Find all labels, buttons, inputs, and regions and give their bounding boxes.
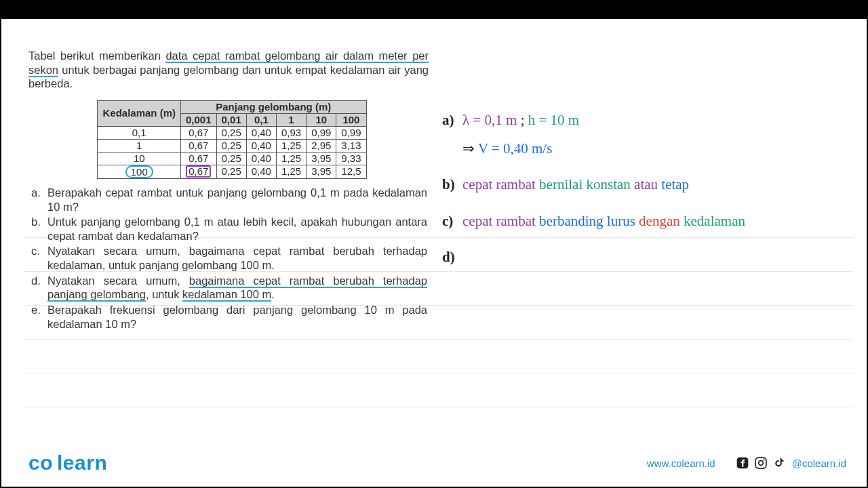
brand-co: co <box>28 451 53 474</box>
ans-a-body: λ = 0,1 m ; h = 10 m ⇒ V = 0,40 m/s <box>462 110 579 159</box>
value-cell: 0,67 <box>180 152 216 165</box>
answer-a: a) λ = 0,1 m ; h = 10 m ⇒ V = 0,40 m/s <box>442 110 853 159</box>
q-label: e. <box>28 303 47 331</box>
value-cell: 3,13 <box>336 139 366 152</box>
table-row: 1000,670,250,401,253,9512,5 <box>98 165 366 178</box>
worksheet-content: Tabel berikut memberikan data cepat ramb… <box>28 49 853 432</box>
intro-post: untuk berbagai panjang gelombang dan unt… <box>28 64 429 90</box>
table-row: 100,670,250,401,253,959,33 <box>98 152 366 165</box>
question-c: c. Nyatakan secara umum, bagaimana cepat… <box>28 244 435 272</box>
social-group: @colearn.id <box>736 456 846 470</box>
col-001: 0,01 <box>216 113 246 126</box>
q-label: d. <box>28 274 47 302</box>
answers-column: a) λ = 0,1 m ; h = 10 m ⇒ V = 0,40 m/s b… <box>435 49 853 432</box>
footer: colearn www.colearn.id @colearn.id <box>28 451 846 474</box>
table-head-wavelength: Panjang gelombang (m) <box>180 100 366 113</box>
intro-text: Tabel berikut memberikan data cepat ramb… <box>28 49 429 91</box>
ans-label: a) <box>442 110 462 131</box>
value-cell: 0,25 <box>216 152 246 165</box>
footer-url: www.colearn.id <box>647 458 715 469</box>
value-cell: 0,25 <box>216 165 246 178</box>
footer-handle: @colearn.id <box>792 458 846 469</box>
ans-c-body: cepat rambat berbanding lurus dengan ked… <box>462 211 745 232</box>
q-label: c. <box>28 244 47 272</box>
problem-column: Tabel berikut memberikan data cepat ramb… <box>28 49 435 432</box>
value-cell: 0,40 <box>246 152 276 165</box>
wave-speed-table: Kedalaman (m) Panjang gelombang (m) 0,00… <box>97 100 366 179</box>
q-text: Berapakah frekuensi gelombang dari panja… <box>47 303 427 331</box>
value-cell: 9,33 <box>336 152 366 165</box>
ans-label: d) <box>442 247 462 268</box>
ans-a-h: h = 10 m <box>528 112 579 128</box>
value-cell: 1,25 <box>276 139 306 152</box>
question-list: a. Berapakah cepat rambat untuk panjang … <box>28 186 435 331</box>
ans-a-lambda: λ = 0,1 m <box>462 112 521 128</box>
ans-c-s2: berbanding lurus <box>539 213 639 229</box>
col-10: 10 <box>307 113 336 126</box>
svg-point-2 <box>758 461 763 466</box>
value-cell: 0,67 <box>180 165 216 178</box>
answer-d: d) <box>442 247 853 268</box>
ans-c-s3: dengan <box>639 213 684 229</box>
value-cell: 0,93 <box>276 126 306 139</box>
svg-rect-1 <box>755 458 766 468</box>
col-1: 1 <box>276 113 306 126</box>
table-head-depth: Kedalaman (m) <box>98 100 181 126</box>
ans-b-s2: bernilai konstan <box>539 176 634 192</box>
intro-pre: Tabel berikut memberikan <box>28 49 165 62</box>
question-b: b. Untuk panjang gelombang 0,1 m atau le… <box>28 215 435 243</box>
value-cell: 0,40 <box>246 139 276 152</box>
ans-c-s1: cepat rambat <box>462 213 539 229</box>
depth-cell: 10 <box>98 152 181 165</box>
facebook-icon <box>736 456 749 470</box>
depth-cell: 100 <box>98 165 181 178</box>
col-01: 0,1 <box>246 113 276 126</box>
qd-pre: Nyatakan secara umum, <box>47 274 189 287</box>
value-cell: 12,5 <box>336 165 366 178</box>
ans-b-body: cepat rambat bernilai konstan atau tetap <box>462 174 689 196</box>
window-top-bar <box>1 1 867 19</box>
value-cell: 0,67 <box>180 126 216 139</box>
question-d: d. Nyatakan secara umum, bagaimana cepat… <box>28 274 435 302</box>
qd-mid: , untuk <box>146 288 182 300</box>
ans-a-sep: ; <box>521 112 528 128</box>
q-label: a. <box>28 186 47 214</box>
brand-learn: learn <box>57 451 107 474</box>
value-cell: 0,99 <box>307 126 336 139</box>
brand-logo: colearn <box>28 451 107 474</box>
q-text: Untuk panjang gelombang 0,1 m atau lebih… <box>47 215 427 243</box>
ans-b-s3: atau <box>634 176 661 192</box>
answer-c: c) cepat rambat berbanding lurus dengan … <box>442 211 853 232</box>
value-cell: 0,40 <box>246 165 276 178</box>
q-text: Nyatakan secara umum, bagaimana cepat ra… <box>47 244 427 272</box>
value-cell: 0,40 <box>246 126 276 139</box>
value-cell: 3,95 <box>307 165 336 178</box>
value-cell: 0,67 <box>180 139 216 152</box>
depth-cell: 0,1 <box>98 126 181 139</box>
answer-b: b) cepat rambat bernilai konstan atau te… <box>442 174 853 196</box>
footer-right: www.colearn.id @colearn.id <box>647 456 846 470</box>
ans-b-s4: tetap <box>661 176 689 192</box>
instagram-icon <box>754 456 768 470</box>
ans-label: b) <box>442 174 462 196</box>
col-0001: 0,001 <box>180 113 216 126</box>
ans-b-s1: cepat rambat <box>462 176 539 192</box>
q-label: b. <box>28 215 47 243</box>
svg-point-3 <box>763 460 764 461</box>
question-a: a. Berapakah cepat rambat untuk panjang … <box>28 186 435 214</box>
value-cell: 2,95 <box>307 139 336 152</box>
q-text: Nyatakan secara umum, bagaimana cepat ra… <box>47 274 427 302</box>
table-row: 10,670,250,401,252,953,13 <box>98 139 366 152</box>
value-cell: 0,99 <box>336 126 366 139</box>
ans-a-arrow: ⇒ <box>462 140 478 157</box>
col-100: 100 <box>336 113 366 126</box>
qd-post: . <box>271 288 275 300</box>
qd-u2: kedalaman 100 m <box>182 288 271 302</box>
ans-a-v: V = 0,40 m/s <box>478 140 552 157</box>
depth-cell: 1 <box>98 139 181 152</box>
tiktok-icon <box>772 456 786 470</box>
question-e: e. Berapakah frekuensi gelombang dari pa… <box>28 303 435 331</box>
ans-c-s4: kedalaman <box>684 213 745 229</box>
ans-label: c) <box>442 211 462 232</box>
value-cell: 1,25 <box>276 152 306 165</box>
